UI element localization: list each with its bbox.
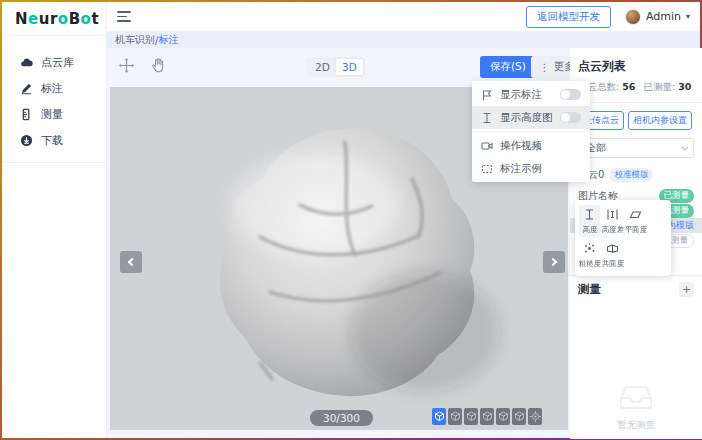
height-icon <box>583 208 596 221</box>
sidebar-item-pointcloud-library[interactable]: 点云库 <box>2 49 106 75</box>
camera-intrinsics-button[interactable]: 相机内参设置 <box>628 111 692 130</box>
tool-flatness[interactable]: 平面度 <box>625 205 646 237</box>
menu-item-annotation-example[interactable]: 标注示例 <box>472 157 590 180</box>
breadcrumb-parent[interactable]: 机车识别 <box>115 33 155 47</box>
vertical-dots-icon: ⋮ <box>539 61 550 73</box>
tool-height[interactable]: 高度 <box>579 205 600 237</box>
menu-item-show-annotation[interactable]: 显示标注 <box>472 83 590 106</box>
menu-item-label: 操作视频 <box>500 139 542 153</box>
collapse-menu-icon[interactable] <box>117 11 131 22</box>
sidebar-item-annotation[interactable]: 标注 <box>2 75 106 101</box>
reset-view-button[interactable] <box>528 408 542 425</box>
empty-inbox-icon <box>616 382 656 414</box>
sidebar-item-download[interactable]: 下载 <box>2 127 106 153</box>
screenshot-frame: NeuroBot 点云库 标注 测量 <box>0 0 702 440</box>
template-pointcloud-row[interactable]: 点云0 校准模版 <box>578 168 694 182</box>
user-menu[interactable]: Admin ▾ <box>625 9 690 25</box>
menu-item-label: 标注示例 <box>500 162 542 176</box>
next-image-button[interactable] <box>543 251 565 273</box>
username: Admin <box>646 10 681 23</box>
top-header: 返回模型开发 Admin ▾ <box>107 2 700 32</box>
ibeam-icon <box>481 112 493 124</box>
logo-letter: o <box>81 10 92 28</box>
calibration-template-tag: 校准模版 <box>609 168 653 182</box>
coplanarity-icon <box>606 242 619 255</box>
panel-stats: 点云总数: 56 已测量: 30 <box>578 81 694 94</box>
tool-coplanarity[interactable]: 共面度 <box>602 239 623 271</box>
measure-section-title: 测量 <box>578 282 601 297</box>
sidebar-item-label: 点云库 <box>41 55 74 70</box>
sidebar-item-label: 下载 <box>41 133 63 148</box>
save-button[interactable]: 保存(S) <box>480 56 536 78</box>
sidebar-menu: 点云库 标注 测量 下载 <box>2 36 106 163</box>
panel-actions: 上传点云 相机内参设置 <box>578 111 694 130</box>
move-tool-icon[interactable] <box>118 57 135 74</box>
logo-letter: e <box>28 10 39 28</box>
sidebar-item-measure[interactable]: 测量 <box>2 101 106 127</box>
pan-hand-icon[interactable] <box>150 57 167 74</box>
video-icon <box>481 140 493 152</box>
app-logo: NeuroBot <box>2 2 106 36</box>
ruler-icon <box>20 108 33 121</box>
cloud-icon <box>20 56 33 69</box>
show-annotation-toggle[interactable] <box>560 89 581 100</box>
avatar <box>625 9 641 25</box>
logo-letter: t <box>91 10 99 28</box>
breadcrumb: 机车识别/标注 <box>107 32 700 48</box>
viewer-content: 2D 3D 保存(S) ⋮ 更多 显示标注 <box>107 48 700 438</box>
add-measure-button[interactable]: + <box>679 282 694 297</box>
mode-2d-button[interactable]: 2D <box>309 59 336 75</box>
logo-letter: B <box>69 10 81 28</box>
roughness-icon <box>583 242 596 255</box>
view-cube-button-6[interactable] <box>512 408 526 425</box>
sidebar: NeuroBot 点云库 标注 测量 <box>2 2 107 438</box>
frame-icon <box>481 163 493 175</box>
prev-image-button[interactable] <box>120 251 142 273</box>
back-to-model-dev-button[interactable]: 返回模型开发 <box>526 6 611 28</box>
dimension-toggle: 2D 3D <box>307 57 365 77</box>
logo-letter: ur <box>39 10 58 28</box>
view-cube-button-5[interactable] <box>496 408 510 425</box>
flag-icon <box>481 89 493 101</box>
menu-item-label: 显示标注 <box>500 88 542 102</box>
empty-state-text: 暂无测量 <box>617 419 655 432</box>
neurobot-app: NeuroBot 点云库 标注 测量 <box>2 2 700 438</box>
view-cube-button-3[interactable] <box>464 408 478 425</box>
sidebar-item-label: 测量 <box>41 107 63 122</box>
view-cube-button-1[interactable] <box>432 408 446 425</box>
measure-tool-popup: 高度 高度差 平面度 <box>575 200 671 276</box>
chevron-down-icon <box>681 143 688 150</box>
measure-section-header: 测量 + <box>578 282 694 297</box>
logo-letter: N <box>15 10 28 28</box>
sidebar-divider <box>2 162 106 163</box>
tool-height-difference[interactable]: 高度差 <box>602 205 623 237</box>
view-orientation-buttons <box>432 408 542 425</box>
view-cube-button-2[interactable] <box>448 408 462 425</box>
tool-roughness[interactable]: 粗糙度 <box>579 239 600 271</box>
logo-letter: o <box>58 10 69 28</box>
view-cube-button-4[interactable] <box>480 408 494 425</box>
height-difference-icon <box>606 208 619 221</box>
caret-down-icon: ▾ <box>686 12 690 21</box>
viewer-tools <box>118 57 167 74</box>
menu-item-tutorial-video[interactable]: 操作视频 <box>472 134 590 157</box>
sidebar-item-label: 标注 <box>41 81 63 96</box>
show-heightmap-toggle[interactable] <box>560 112 581 123</box>
panel-title: 点云列表 <box>578 58 694 75</box>
filter-select[interactable]: 全部 <box>578 138 694 158</box>
empty-state: 暂无测量 <box>570 382 702 432</box>
main-area: 返回模型开发 Admin ▾ 机车识别/标注 2D 3D <box>107 2 700 438</box>
menu-divider <box>472 131 590 132</box>
menu-item-label: 显示高度图 <box>500 111 553 125</box>
download-icon <box>20 134 33 147</box>
mode-3d-button[interactable]: 3D <box>336 59 363 75</box>
flatness-icon <box>629 208 642 221</box>
more-dropdown-menu: 显示标注 显示高度图 操作视频 <box>472 81 590 182</box>
image-counter-badge: 30/300 <box>310 410 373 426</box>
menu-item-show-heightmap[interactable]: 显示高度图 <box>472 106 590 129</box>
measured-stat: 已测量: 30 <box>643 81 691 94</box>
pen-icon <box>20 82 33 95</box>
breadcrumb-current: 标注 <box>158 33 178 47</box>
